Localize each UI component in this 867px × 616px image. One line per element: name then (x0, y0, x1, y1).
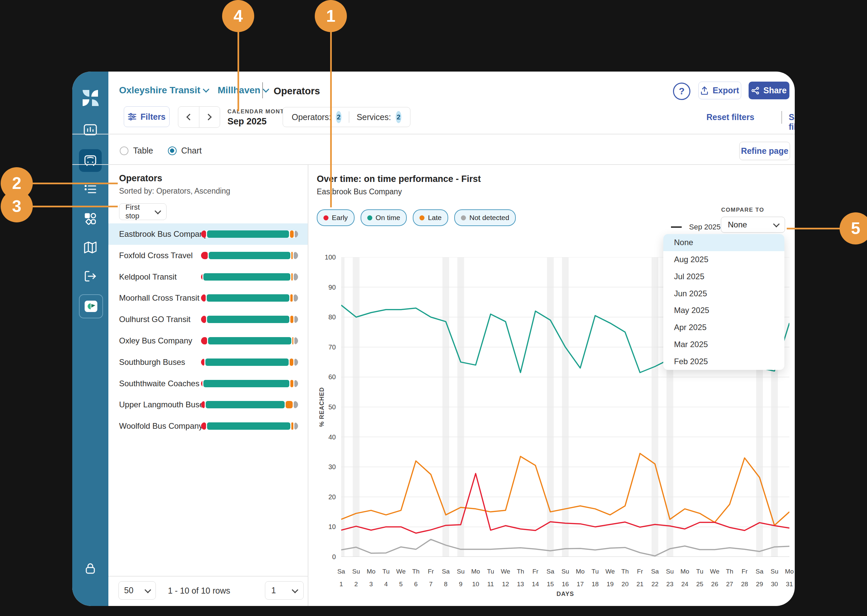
y-tick-label: 20 (319, 493, 336, 501)
legend-pill-early[interactable]: Early (317, 209, 354, 226)
x-tick-dayofweek: Th (721, 568, 738, 575)
filters-icon (128, 112, 137, 121)
operator-row[interactable]: Keldpool Transit (109, 266, 308, 288)
share-button[interactable]: Share (749, 82, 789, 99)
chart-radio[interactable] (168, 146, 176, 155)
sidebar-item-signout[interactable] (79, 265, 102, 288)
sidebar-item-operators-active[interactable] (79, 149, 102, 172)
legend-pill-not-detected[interactable]: Not detected (454, 209, 516, 226)
legend-label: Early (332, 214, 348, 222)
breadcrumb: Oxleyshire Transit Millhaven (119, 85, 268, 96)
operator-row[interactable]: Woolfold Bus Company (109, 415, 308, 437)
chevron-down-icon[interactable] (263, 86, 269, 93)
operator-row[interactable]: Foxfold Cross Travel (109, 245, 308, 266)
refine-page-button[interactable]: Refine page (739, 142, 790, 160)
breadcrumb-org[interactable]: Oxleyshire Transit (119, 85, 200, 96)
calendar-month-value: Sep 2025 (227, 116, 267, 127)
x-tick-daynumber: 9 (452, 581, 469, 588)
callout-badge-3: 3 (1, 190, 33, 222)
callout-badge-4: 4 (222, 0, 254, 32)
operator-row[interactable]: Oxley Bus Company (109, 330, 308, 352)
x-tick-dayofweek: Sa (333, 568, 349, 575)
y-tick-label: 60 (319, 373, 336, 381)
operator-performance-bar (201, 380, 298, 387)
sidebar-item-map[interactable] (79, 236, 102, 259)
compare-option[interactable]: Apr 2025 (663, 319, 784, 336)
bar-segment-on_time (207, 294, 290, 302)
compare-to-select[interactable]: None (721, 217, 785, 233)
page-dropdown[interactable]: 1 (265, 581, 304, 600)
x-tick-dayofweek: We (707, 568, 723, 575)
view-toggle: Table Chart (120, 146, 202, 156)
sidebar-item-app-shortcut[interactable] (79, 294, 103, 318)
operator-row[interactable]: Upper Langmouth Buses (109, 394, 308, 415)
active-filters-chip[interactable]: Operators: 2 Services: 2 (283, 107, 411, 127)
filters-button[interactable]: Filters (124, 106, 170, 127)
x-tick-dayofweek: We (497, 568, 514, 575)
chevron-left-icon (186, 114, 193, 120)
chevron-down-icon[interactable] (203, 86, 209, 93)
x-tick-dayofweek: Fr (527, 568, 544, 575)
operator-row[interactable]: Southburgh Buses (109, 352, 308, 373)
bar-segment-on_time (207, 316, 290, 323)
callout-badge-5: 5 (840, 212, 867, 244)
x-axis-title: DAYS (542, 591, 589, 598)
x-tick-dayofweek: Sa (542, 568, 559, 575)
operator-row[interactable]: Souththwaite Coaches (109, 373, 308, 394)
chevron-down-icon (154, 208, 161, 214)
operator-performance-bar (201, 358, 298, 366)
x-tick-dayofweek: Mo (363, 568, 379, 575)
header-divider (262, 82, 263, 98)
x-tick-dayofweek: Fr (736, 568, 753, 575)
compare-option[interactable]: Jul 2025 (663, 268, 784, 285)
refine-page-label: Refine page (741, 146, 788, 156)
bar-segment-not_detected (294, 316, 298, 323)
x-tick-daynumber: 28 (736, 581, 753, 588)
x-tick-daynumber: 17 (572, 581, 589, 588)
compare-option[interactable]: Feb 2025 (663, 353, 784, 370)
y-tick-label: 90 (319, 284, 336, 291)
compare-option[interactable]: May 2025 (663, 302, 784, 319)
compare-option[interactable]: Mar 2025 (663, 336, 784, 353)
help-button[interactable]: ? (673, 83, 691, 100)
chevron-down-icon (145, 586, 151, 593)
x-tick-daynumber: 25 (691, 581, 708, 588)
page-size-dropdown[interactable]: 50 (118, 581, 156, 600)
export-button[interactable]: Export (699, 82, 741, 99)
sidebar-item-components[interactable] (79, 207, 102, 230)
next-month-button[interactable] (199, 107, 220, 127)
sort-dropdown[interactable]: First stop (119, 203, 167, 220)
export-label: Export (713, 86, 739, 95)
table-radio[interactable] (120, 146, 129, 155)
export-icon (700, 86, 708, 95)
chart-radio-label[interactable]: Chart (181, 146, 202, 156)
x-tick-daynumber: 18 (587, 581, 603, 588)
reset-filters-link[interactable]: Reset filters (707, 112, 754, 122)
compare-option[interactable]: None (663, 234, 784, 251)
sidebar-item-list[interactable] (79, 178, 102, 201)
x-tick-daynumber: 8 (437, 581, 454, 588)
operator-row[interactable]: Eastbrook Bus Company (109, 223, 308, 245)
operators-filter-label: Operators: (292, 112, 331, 122)
compare-option[interactable]: Jun 2025 (663, 285, 784, 302)
operator-row[interactable]: Oulhurst GO Transit (109, 309, 308, 330)
y-tick-label: 40 (319, 434, 336, 441)
legend-pill-late[interactable]: Late (413, 209, 448, 226)
sidebar-item-analytics[interactable] (79, 118, 102, 141)
operator-row[interactable]: Moorhall Cross Transit (109, 287, 308, 309)
help-label: ? (679, 86, 684, 97)
table-radio-label[interactable]: Table (133, 146, 153, 156)
lock-icon[interactable] (79, 557, 102, 580)
legend-pill-on-time[interactable]: On time (360, 209, 407, 226)
prev-month-button[interactable] (178, 107, 199, 127)
divider (109, 576, 308, 577)
series-line-label: Sep 2025 (689, 223, 721, 231)
calendar-month-label: CALENDAR MONTH (227, 108, 289, 115)
save-filters-link[interactable]: Save filters (789, 112, 795, 132)
x-tick-dayofweek: Sa (647, 568, 663, 575)
bar-segment-early (201, 230, 206, 238)
bar-segment-early (201, 358, 205, 366)
y-axis-title: % REACHED (318, 387, 326, 427)
callout-line-5 (787, 228, 840, 229)
compare-option[interactable]: Aug 2025 (663, 251, 784, 268)
